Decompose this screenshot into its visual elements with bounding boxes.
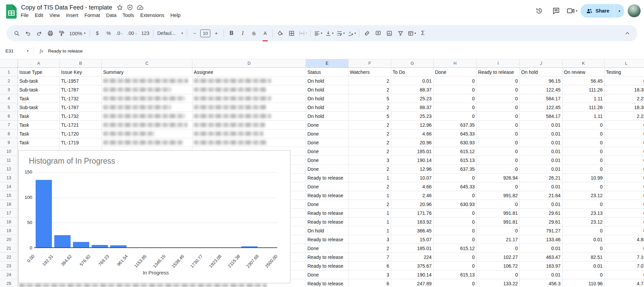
cell-B1[interactable]: Issue Key xyxy=(60,68,102,77)
cell-I21[interactable]: 0 xyxy=(477,244,520,253)
cell-E11[interactable]: Done xyxy=(306,156,348,165)
cell-K20[interactable]: 0.01 xyxy=(563,235,605,244)
cell-C6[interactable] xyxy=(102,112,192,121)
decrease-decimal-button[interactable]: .0← xyxy=(114,28,125,39)
column-header-D[interactable]: D xyxy=(192,59,306,68)
cell-E5[interactable]: On hold xyxy=(306,103,348,112)
cell-J20[interactable]: 133.46 xyxy=(520,235,563,244)
cell-G4[interactable]: 25.23 xyxy=(391,94,434,103)
paint-format-button[interactable] xyxy=(56,28,67,39)
cell-F10[interactable]: 2 xyxy=(348,147,391,156)
cell-L14[interactable]: 0 xyxy=(605,182,644,191)
cell-G22[interactable]: 224 xyxy=(391,253,434,262)
undo-button[interactable] xyxy=(22,28,33,39)
cell-I16[interactable]: 0 xyxy=(477,200,520,209)
cell-F18[interactable]: 1 xyxy=(348,218,391,226)
menu-tools[interactable]: Tools xyxy=(119,12,137,19)
cell-I25[interactable]: 133.22 xyxy=(477,279,520,287)
cell-E14[interactable]: Done xyxy=(306,182,348,191)
cell-G5[interactable]: 88.37 xyxy=(391,103,434,112)
cell-J14[interactable]: 0.01 xyxy=(520,182,563,191)
cell-E4[interactable]: On hold xyxy=(306,94,348,103)
cell-J7[interactable]: 0.01 xyxy=(520,121,563,129)
cell-L23[interactable]: 7.07 xyxy=(605,262,644,270)
cell-C2[interactable] xyxy=(102,77,192,85)
meet-caret-icon[interactable]: ▾ xyxy=(576,9,577,13)
cell-L11[interactable]: 0 xyxy=(605,156,644,165)
cell-E16[interactable]: Done xyxy=(306,200,348,209)
cell-L6[interactable]: 2.23 xyxy=(605,112,644,121)
cell-B6[interactable]: TL-1732 xyxy=(60,112,102,121)
cell-K25[interactable]: 110.96 xyxy=(563,279,605,287)
cell-I23[interactable]: 106.72 xyxy=(477,262,520,270)
cell-K4[interactable]: 1.11 xyxy=(563,94,605,103)
format-currency-button[interactable]: $ xyxy=(92,28,103,39)
column-header-E[interactable]: E xyxy=(306,59,348,68)
cell-B4[interactable]: TL-1732 xyxy=(60,94,102,103)
column-header-B[interactable]: B xyxy=(60,59,102,68)
cell-F7[interactable]: 2 xyxy=(348,121,391,129)
select-all-corner[interactable] xyxy=(0,59,18,68)
cell-H8[interactable]: 645.33 xyxy=(434,129,477,138)
cell-K3[interactable]: 111.26 xyxy=(563,85,605,94)
row-header-21[interactable]: 21 xyxy=(0,244,18,253)
cell-K5[interactable]: 111.26 xyxy=(563,103,605,112)
cell-H15[interactable]: 0 xyxy=(434,191,477,200)
cell-I10[interactable]: 0 xyxy=(477,147,520,156)
cell-L16[interactable]: 0 xyxy=(605,200,644,209)
cell-E23[interactable]: Ready to release xyxy=(306,262,348,270)
row-header-22[interactable]: 22 xyxy=(0,253,18,262)
cell-K7[interactable]: 0 xyxy=(563,121,605,129)
functions-button[interactable]: Σ xyxy=(417,28,428,39)
cell-G12[interactable]: 12.96 xyxy=(391,165,434,173)
cell-J17[interactable]: 29.61 xyxy=(520,209,563,218)
cell-F19[interactable]: 1 xyxy=(348,226,391,235)
cell-A3[interactable]: Sub-task xyxy=(18,85,60,94)
move-shield-plus-icon[interactable] xyxy=(126,3,134,12)
cell-I4[interactable]: 0 xyxy=(477,94,520,103)
cell-A6[interactable]: Task xyxy=(18,112,60,121)
cell-L9[interactable]: 0 xyxy=(605,138,644,147)
cell-B7[interactable]: TL-1721 xyxy=(60,121,102,129)
text-wrapping-button[interactable]: ▾ xyxy=(335,28,346,39)
row-header-18[interactable]: 18 xyxy=(0,218,18,226)
row-header-13[interactable]: 13 xyxy=(0,173,18,182)
cell-I19[interactable]: 0 xyxy=(477,226,520,235)
column-header-L[interactable]: L xyxy=(605,59,644,68)
cell-E20[interactable]: Ready to release xyxy=(306,235,348,244)
row-header-17[interactable]: 17 xyxy=(0,209,18,218)
cell-J18[interactable]: 29.61 xyxy=(520,218,563,226)
cell-K13[interactable]: 10.99 xyxy=(563,173,605,182)
cell-D1[interactable]: Assignee xyxy=(192,68,306,77)
cell-L12[interactable]: 0 xyxy=(605,165,644,173)
redo-button[interactable] xyxy=(34,28,44,39)
cell-J13[interactable]: 26.21 xyxy=(520,173,563,182)
cell-E8[interactable]: Done xyxy=(306,129,348,138)
star-icon[interactable] xyxy=(116,3,124,12)
cell-G3[interactable]: 88.37 xyxy=(391,85,434,94)
cell-F22[interactable]: 7 xyxy=(348,253,391,262)
cell-H24[interactable]: 615.13 xyxy=(434,270,477,279)
cell-E1[interactable]: Status xyxy=(306,68,348,77)
cell-H19[interactable]: 0 xyxy=(434,226,477,235)
row-header-5[interactable]: 5 xyxy=(0,103,18,112)
cell-K1[interactable]: On review xyxy=(563,68,605,77)
cell-H21[interactable]: 615.12 xyxy=(434,244,477,253)
cell-A9[interactable]: Task xyxy=(18,138,60,147)
row-header-2[interactable]: 2 xyxy=(0,77,18,85)
row-header-19[interactable]: 19 xyxy=(0,226,18,235)
cell-G16[interactable]: 20.96 xyxy=(391,200,434,209)
cell-I7[interactable]: 0 xyxy=(477,121,520,129)
cell-B3[interactable]: TL-1787 xyxy=(60,85,102,94)
cell-H3[interactable]: 0 xyxy=(434,85,477,94)
cell-C8[interactable] xyxy=(102,129,192,138)
row-header-10[interactable]: 10 xyxy=(0,147,18,156)
strikethrough-button[interactable]: S xyxy=(248,28,259,39)
cell-E15[interactable]: Ready to release xyxy=(306,191,348,200)
cell-G24[interactable]: 190.14 xyxy=(391,270,434,279)
column-header-H[interactable]: H xyxy=(434,59,477,68)
cell-C3[interactable] xyxy=(102,85,192,94)
cell-K2[interactable]: 56.45 xyxy=(563,77,605,85)
cell-F9[interactable]: 2 xyxy=(348,138,391,147)
cell-G25[interactable]: 247.89 xyxy=(391,279,434,287)
